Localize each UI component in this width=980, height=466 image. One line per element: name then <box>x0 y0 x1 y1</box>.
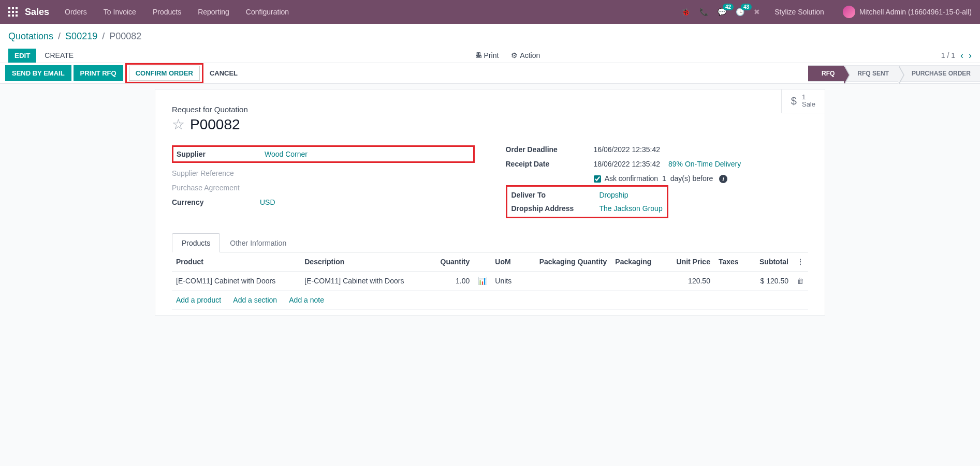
confirm-order-button[interactable]: CONFIRM ORDER <box>129 66 200 81</box>
po-name: P00082 <box>190 116 240 133</box>
crumb-current: P00082 <box>109 31 141 41</box>
phone-icon[interactable]: 📞 <box>699 8 708 16</box>
messages-badge: 42 <box>723 4 734 10</box>
apps-icon[interactable] <box>8 7 18 17</box>
col-unit-price[interactable]: Unit Price <box>664 252 714 272</box>
col-options[interactable]: ⋮ <box>793 252 808 272</box>
pager-text: 1 / 1 <box>941 51 955 59</box>
add-note-link[interactable]: Add a note <box>289 296 324 304</box>
tabs: Products Other Information <box>172 233 808 252</box>
status-bar: SEND BY EMAIL PRINT RFQ CONFIRM ORDER CA… <box>0 63 980 84</box>
company-switcher[interactable]: Stylize Solution <box>774 8 824 16</box>
rfq-subtitle: Request for Quotation <box>172 105 808 114</box>
col-packaging[interactable]: Packaging <box>611 252 664 272</box>
ask-confirm-suffix: day(s) before <box>670 174 713 183</box>
cell-taxes <box>714 272 748 291</box>
col-quantity[interactable]: Quantity <box>429 252 474 272</box>
nav-reporting[interactable]: Reporting <box>198 8 229 16</box>
cell-quantity: 1.00 <box>429 272 474 291</box>
svg-rect-1 <box>12 7 14 9</box>
cell-packaging <box>611 272 664 291</box>
crumb-quotations[interactable]: Quotations <box>8 31 53 41</box>
top-nav: Sales Orders To Invoice Products Reporti… <box>0 0 980 24</box>
tab-products[interactable]: Products <box>172 233 220 252</box>
svg-rect-0 <box>8 7 10 9</box>
cancel-button[interactable]: CANCEL <box>203 65 244 81</box>
currency-label: Currency <box>172 198 260 206</box>
activities-badge: 43 <box>741 4 752 10</box>
cell-unit-price: 120.50 <box>664 272 714 291</box>
col-description[interactable]: Description <box>300 252 429 272</box>
send-by-email-button[interactable]: SEND BY EMAIL <box>5 65 71 81</box>
col-uom[interactable]: UoM <box>491 252 520 272</box>
on-time-delivery-link[interactable]: 89% On-Time Delivery <box>668 160 741 168</box>
deliver-to-value[interactable]: Dropship <box>599 191 628 199</box>
col-pack-qty[interactable]: Packaging Quantity <box>520 252 611 272</box>
app-brand[interactable]: Sales <box>25 7 49 18</box>
stat-label: Sale <box>802 101 815 108</box>
cell-uom: Units <box>491 272 520 291</box>
deliver-to-label: Deliver To <box>511 191 599 199</box>
forecast-icon[interactable]: 📊 <box>478 277 487 285</box>
action-label: Action <box>520 51 540 59</box>
cell-product: [E-COM11] Cabinet with Doors <box>172 272 300 291</box>
svg-rect-3 <box>8 11 10 13</box>
close-icon[interactable]: ✖ <box>754 8 760 16</box>
add-section-link[interactable]: Add a section <box>233 296 277 304</box>
kebab-icon[interactable]: ⋮ <box>797 258 804 266</box>
print-rfq-button[interactable]: PRINT RFQ <box>74 65 123 81</box>
create-button[interactable]: CREATE <box>45 48 74 63</box>
nav-to-invoice[interactable]: To Invoice <box>104 8 136 16</box>
left-fields: Supplier Wood Corner Supplier Reference … <box>172 145 475 218</box>
svg-rect-5 <box>16 11 18 13</box>
edit-button[interactable]: EDIT <box>8 49 36 63</box>
table-row[interactable]: [E-COM11] Cabinet with Doors [E-COM11] C… <box>172 272 808 291</box>
gear-icon: ⚙ <box>511 51 518 59</box>
step-rfq-sent[interactable]: RFQ SENT <box>844 65 898 82</box>
nav-orders[interactable]: Orders <box>65 8 87 16</box>
breadcrumb: Quotations / S00219 / P00082 <box>8 31 972 42</box>
cell-subtotal: $ 120.50 <box>748 272 793 291</box>
crumb-sep: / <box>102 31 105 41</box>
crumb-order[interactable]: S00219 <box>65 31 97 41</box>
purchase-agreement-label: Purchase Agreement <box>172 184 260 192</box>
dropship-label: Dropship Address <box>511 204 599 213</box>
pager-next[interactable]: › <box>969 50 972 61</box>
dollar-icon: $ <box>791 95 797 107</box>
col-product[interactable]: Product <box>172 252 300 272</box>
step-rfq[interactable]: RFQ <box>808 65 844 82</box>
supplier-value[interactable]: Wood Corner <box>265 150 308 158</box>
svg-rect-8 <box>16 14 18 17</box>
action-menu[interactable]: ⚙Action <box>511 51 540 59</box>
user-menu[interactable]: Mitchell Admin (16604961-15-0-all) <box>843 6 972 18</box>
messages-icon[interactable]: 💬42 <box>718 8 726 16</box>
supplier-ref-label: Supplier Reference <box>172 169 260 177</box>
order-deadline-value: 16/06/2022 12:35:42 <box>594 145 660 154</box>
ask-confirm-days: 1 <box>662 174 666 183</box>
pager-prev[interactable]: ‹ <box>960 50 963 61</box>
step-purchase-order[interactable]: PURCHASE ORDER <box>898 65 980 82</box>
tab-other-info[interactable]: Other Information <box>220 233 296 252</box>
confirm-highlight: CONFIRM ORDER <box>125 63 203 83</box>
delete-row-icon[interactable]: 🗑 <box>797 277 804 285</box>
order-deadline-label: Order Deadline <box>506 145 594 154</box>
debug-icon[interactable]: 🐞 <box>681 8 690 16</box>
col-taxes[interactable]: Taxes <box>714 252 748 272</box>
svg-rect-6 <box>8 14 10 17</box>
currency-value[interactable]: USD <box>260 198 275 206</box>
user-name: Mitchell Admin (16604961-15-0-all) <box>859 8 972 16</box>
ask-confirm-checkbox[interactable] <box>594 175 601 183</box>
dropship-value[interactable]: The Jackson Group <box>599 204 663 213</box>
info-icon[interactable]: i <box>719 175 727 183</box>
add-product-link[interactable]: Add a product <box>176 296 221 304</box>
activities-icon[interactable]: 🕓43 <box>736 8 744 16</box>
priority-star[interactable]: ☆ <box>172 116 185 133</box>
status-steps: RFQ RFQ SENT PURCHASE ORDER <box>808 65 980 82</box>
col-subtotal[interactable]: Subtotal <box>748 252 793 272</box>
nav-products[interactable]: Products <box>153 8 181 16</box>
deliver-highlight: Deliver To Dropship Dropship Address The… <box>506 185 668 218</box>
stat-sale-button[interactable]: $ 1 Sale <box>781 89 825 113</box>
nav-configuration[interactable]: Configuration <box>246 8 289 16</box>
ask-confirm-prefix: Ask confirmation <box>605 174 658 183</box>
print-menu[interactable]: 🖶Print <box>475 51 499 59</box>
